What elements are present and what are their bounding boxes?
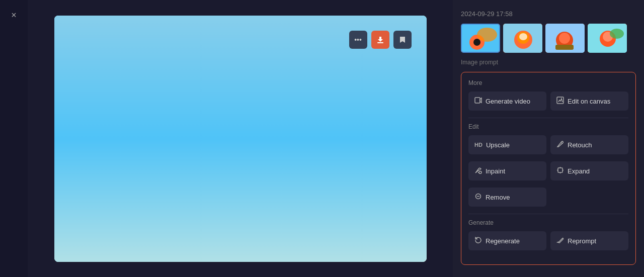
thumb-img-3 [545, 24, 585, 53]
svg-rect-89 [475, 98, 480, 103]
retouch-label: Retouch [568, 141, 592, 149]
inpaint-icon-svg [474, 166, 482, 174]
thumbnail-3[interactable] [545, 24, 585, 53]
upscale-icon: HD [474, 142, 482, 148]
remove-icon-svg [474, 193, 482, 200]
svg-point-91 [479, 171, 481, 174]
bookmark-button[interactable] [393, 31, 412, 49]
upscale-button[interactable]: HD Upscale [468, 135, 546, 154]
more-section-label: More [468, 79, 628, 86]
timestamp-label: 2024-09-29 17:58 [461, 8, 636, 18]
canvas-icon-svg [556, 97, 564, 104]
close-button[interactable]: × [7, 8, 21, 22]
generate-video-button[interactable]: Generate video [468, 91, 546, 111]
more-edit-divider [468, 118, 628, 118]
svg-rect-72 [377, 42, 383, 43]
regenerate-label: Regenerate [486, 237, 520, 245]
more-edit-generate-panel: More Generate video Edit o [461, 72, 636, 265]
svg-point-76 [477, 28, 497, 42]
retouch-icon-svg [556, 140, 564, 148]
expand-icon [556, 166, 564, 175]
thumb-img-1 [462, 25, 499, 52]
edit-generate-divider [468, 214, 628, 214]
image-toolbar: ••• [349, 31, 412, 49]
edit-on-canvas-icon [556, 97, 564, 106]
generate-section-label: Generate [468, 219, 628, 226]
edit-on-canvas-label: Edit on canvas [568, 98, 610, 105]
remove-button[interactable]: Remove [468, 188, 546, 207]
regenerate-icon-svg [474, 236, 482, 244]
bookmark-icon [399, 36, 406, 44]
download-icon [376, 36, 384, 44]
thumb-svg-2 [503, 24, 542, 53]
thumbnail-4[interactable] [588, 24, 627, 53]
video-icon-svg [474, 97, 482, 104]
svg-point-83 [559, 33, 570, 44]
inpaint-icon [474, 166, 482, 175]
retouch-icon [556, 140, 564, 149]
remove-label: Remove [486, 194, 510, 201]
svg-rect-84 [555, 45, 574, 50]
svg-point-75 [473, 39, 480, 46]
upscale-label: Upscale [486, 141, 510, 149]
reprompt-label: Reprompt [568, 237, 596, 245]
thumb-svg-3 [545, 24, 585, 53]
edit-row3-grid: Remove [468, 188, 628, 207]
edit-on-canvas-button[interactable]: Edit on canvas [550, 91, 628, 111]
right-panel: 2024-09-29 17:58 [453, 0, 644, 277]
generate-video-icon [474, 97, 482, 106]
expand-label: Expand [568, 167, 590, 175]
remove-icon [474, 193, 482, 202]
thumbnails-row [461, 24, 636, 53]
thumb-svg-4 [588, 24, 627, 53]
edit-row1-grid: HD Upscale Retouch [468, 135, 628, 154]
inpaint-button[interactable]: Inpaint [468, 161, 546, 180]
image-prompt-label: Image prompt [461, 59, 636, 66]
regenerate-button[interactable]: Regenerate [468, 231, 546, 250]
retouch-button[interactable]: Retouch [550, 135, 628, 154]
inpaint-label: Inpaint [486, 167, 505, 175]
left-sidebar: × [0, 0, 28, 277]
more-options-button[interactable]: ••• [349, 31, 367, 49]
thumbnail-2[interactable] [503, 24, 542, 53]
svg-rect-92 [558, 168, 562, 172]
thumb-img-2 [503, 24, 542, 53]
generate-video-label: Generate video [486, 98, 530, 105]
reprompt-icon [556, 236, 564, 245]
expand-button[interactable]: Expand [550, 161, 628, 180]
svg-point-88 [610, 29, 624, 39]
svg-point-80 [519, 33, 527, 40]
generate-buttons-grid: Regenerate Reprompt [468, 231, 628, 250]
reprompt-icon-svg [556, 236, 564, 244]
more-buttons-grid: Generate video Edit on canvas [468, 91, 628, 111]
edit-section-label: Edit [468, 123, 628, 130]
download-button[interactable] [371, 31, 389, 49]
thumbnail-1[interactable] [461, 24, 500, 53]
edit-row2-grid: Inpaint Expand [468, 161, 628, 180]
sky-background [54, 16, 427, 262]
expand-icon-svg [556, 166, 564, 174]
regenerate-icon [474, 236, 482, 245]
thumb-svg-1 [462, 25, 500, 53]
image-area: ∧ ∨ [28, 0, 453, 277]
image-canvas [54, 16, 427, 262]
reprompt-button[interactable]: Reprompt [550, 231, 628, 250]
thumb-img-4 [588, 24, 627, 53]
main-image: ••• [54, 16, 427, 262]
